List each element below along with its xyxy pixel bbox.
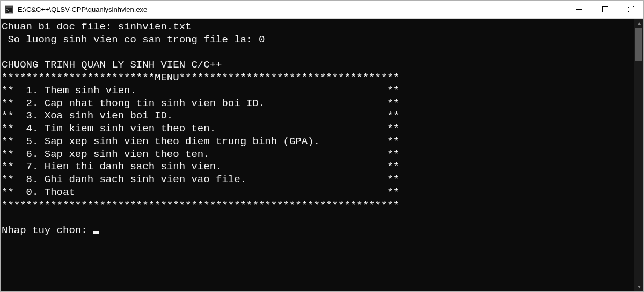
menu-item: ** 3. Xoa sinh vien boi ID. ** xyxy=(2,110,399,122)
titlebar[interactable]: >_ E:\C&C++\QLSV-CPP\quanlysinhvien.exe xyxy=(1,1,643,19)
menu-item: ** 4. Tim kiem sinh vien theo ten. ** xyxy=(2,123,399,134)
window-title: E:\C&C++\QLSV-CPP\quanlysinhvien.exe xyxy=(18,5,566,13)
output-heading: CHUONG TRINH QUAN LY SINH VIEN C/C++ xyxy=(2,59,222,71)
scrollbar-thumb[interactable] xyxy=(635,28,642,61)
output-line: So luong sinh vien co san trong file la:… xyxy=(2,34,265,46)
menu-item: ** 7. Hien thi danh sach sinh vien. ** xyxy=(2,161,399,173)
menu-item: ** 0. Thoat ** xyxy=(2,186,399,198)
input-prompt: Nhap tuy chon: xyxy=(2,224,93,236)
console-area: Chuan bi doc file: sinhvien.txt So luong… xyxy=(1,19,643,291)
menu-item: ** 5. Sap xep sinh vien theo diem trung … xyxy=(2,136,399,147)
window-controls xyxy=(566,1,643,18)
svg-text:>_: >_ xyxy=(6,8,12,13)
scroll-down-arrow[interactable] xyxy=(634,282,643,291)
menu-item: ** 2. Cap nhat thong tin sinh vien boi I… xyxy=(2,98,399,109)
vertical-scrollbar[interactable] xyxy=(634,19,643,291)
svg-rect-4 xyxy=(602,7,608,12)
svg-marker-7 xyxy=(638,22,641,25)
app-icon: >_ xyxy=(5,5,13,14)
minimize-button[interactable] xyxy=(566,1,592,18)
menu-item: ** 1. Them sinh vien. ** xyxy=(2,85,399,96)
menu-item: ** 6. Sap xep sinh vien theo ten. ** xyxy=(2,148,399,160)
console-window: >_ E:\C&C++\QLSV-CPP\quanlysinhvien.exe … xyxy=(0,0,644,292)
svg-marker-8 xyxy=(638,286,641,288)
menu-border-top: *************************MENU***********… xyxy=(2,72,399,84)
output-line: Chuan bi doc file: sinhvien.txt xyxy=(2,21,191,33)
close-button[interactable] xyxy=(618,1,643,18)
maximize-button[interactable] xyxy=(592,1,618,18)
scroll-up-arrow[interactable] xyxy=(634,19,643,28)
menu-item: ** 8. Ghi danh sach sinh vien vao file. … xyxy=(2,174,399,185)
menu-border-bottom: ****************************************… xyxy=(2,199,399,211)
console-output[interactable]: Chuan bi doc file: sinhvien.txt So luong… xyxy=(1,19,634,291)
text-cursor xyxy=(93,231,99,234)
